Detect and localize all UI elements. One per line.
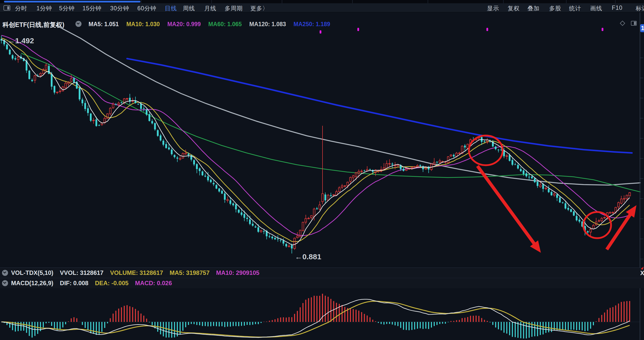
macd-value-2: DEA: -0.005: [95, 280, 128, 287]
macd-value-1: DIF: 0.008: [60, 280, 88, 287]
period-toolbar: 分时1分钟5分钟15分钟30分钟60分钟日线周线月线多周期更多〉显示复权叠加多股…: [0, 3, 644, 12]
macd-pane-header[interactable]: MACD(12,26,9)DIF: 0.008DEA: -0.005MACD: …: [0, 278, 644, 288]
price-axis-line: [640, 12, 640, 340]
chevron-down-icon[interactable]: [2, 270, 8, 276]
tab-divider: [141, 0, 141, 3]
macd-indicator-values: MACD(12,26,9)DIF: 0.008DEA: -0.005MACD: …: [11, 280, 172, 287]
menu-item-tool-7[interactable]: 标记: [636, 5, 644, 12]
menu-item-tool-2[interactable]: 叠加: [528, 5, 540, 12]
instrument-title: 科创ETF(日线,前复权): [3, 21, 64, 29]
menu-item-period-1[interactable]: 1分钟: [36, 5, 52, 12]
ma-value-2: MA20: 0.999: [167, 21, 201, 28]
diamond-icon[interactable]: [620, 21, 625, 26]
menu-item-tool-5[interactable]: 画线: [590, 5, 602, 12]
macd-chart[interactable]: [0, 288, 644, 340]
menu-item-period-2[interactable]: 5分钟: [59, 5, 75, 12]
chart-header-row: 科创ETF(日线,前复权) MA5: 1.051MA10: 1.030MA20:…: [0, 20, 644, 29]
menu-item-tool-4[interactable]: 统计: [569, 5, 581, 12]
tab-divider: [282, 0, 282, 3]
active-tab-accent: [4, 1, 140, 3]
watchlist-count-badge[interactable]: 1: [640, 24, 644, 32]
vol-value-3: MA5: 3198757: [170, 269, 210, 276]
menu-item-period-8[interactable]: 月线: [204, 5, 216, 12]
menu-item-tool-6[interactable]: F10: [612, 5, 623, 11]
macd-value-3: MACD: 0.026: [135, 280, 172, 287]
ma-value-1: MA10: 1.030: [126, 21, 160, 28]
volume-pane-header[interactable]: VOL-TDX(5,10)VVOL: 3128617VOLUME: 312861…: [0, 268, 644, 278]
menu-item-period-5[interactable]: 60分钟: [137, 5, 156, 12]
clipped-axis-label: X: [640, 270, 644, 277]
split-window-icon[interactable]: [631, 21, 637, 26]
ma-value-4: MA120: 1.083: [249, 21, 286, 28]
vol-value-1: VVOL: 3128617: [60, 269, 103, 276]
tab-divider: [211, 0, 212, 3]
ma-value-5: MA250: 1.189: [294, 21, 330, 28]
menu-item-period-10[interactable]: 更多〉: [250, 5, 268, 12]
menu-item-period-4[interactable]: 30分钟: [110, 5, 129, 12]
layout-panel-icon[interactable]: [4, 5, 10, 11]
menu-item-period-9[interactable]: 多周期: [225, 5, 243, 12]
tab-divider: [503, 0, 504, 3]
macd-value-0: MACD(12,26,9): [11, 280, 53, 287]
volume-indicator-values: VOL-TDX(5,10)VVOL: 3128617VOLUME: 312861…: [11, 269, 259, 276]
tab-divider: [352, 0, 353, 3]
chevron-down-icon[interactable]: [75, 21, 82, 27]
menu-item-tool-0[interactable]: 显示: [487, 5, 499, 12]
svg-text:←0.881: ←0.881: [295, 252, 321, 261]
tdx-trading-app: 分时1分钟5分钟15分钟30分钟60分钟日线周线月线多周期更多〉显示复权叠加多股…: [0, 0, 644, 340]
main-candlestick-chart[interactable]: ←1.492←0.881: [0, 12, 644, 268]
menu-item-period-0[interactable]: 分时: [15, 5, 27, 12]
ma-value-3: MA60: 1.065: [208, 21, 242, 28]
tab-divider: [566, 0, 567, 3]
vol-value-4: MA10: 2909105: [216, 269, 259, 276]
menu-item-period-6[interactable]: 日线: [165, 5, 177, 12]
red-marker-icon: [641, 266, 644, 270]
tab-divider: [615, 0, 616, 3]
vol-value-2: VOLUME: 3128617: [110, 269, 163, 276]
chevron-down-icon[interactable]: [2, 280, 8, 286]
window-top-strip: [0, 0, 644, 3]
menu-item-period-3[interactable]: 15分钟: [83, 5, 102, 12]
menu-item-tool-3[interactable]: 多股: [549, 5, 561, 12]
menu-item-tool-1[interactable]: 复权: [508, 5, 520, 12]
menu-item-period-7[interactable]: 周线: [183, 5, 195, 12]
tab-divider: [428, 0, 428, 3]
ma-value-0: MA5: 1.051: [89, 21, 119, 28]
vol-value-0: VOL-TDX(5,10): [11, 269, 53, 276]
svg-text:←1.492: ←1.492: [8, 36, 34, 45]
ma-values-row: MA5: 1.051MA10: 1.030MA20: 0.999MA60: 1.…: [89, 21, 330, 28]
